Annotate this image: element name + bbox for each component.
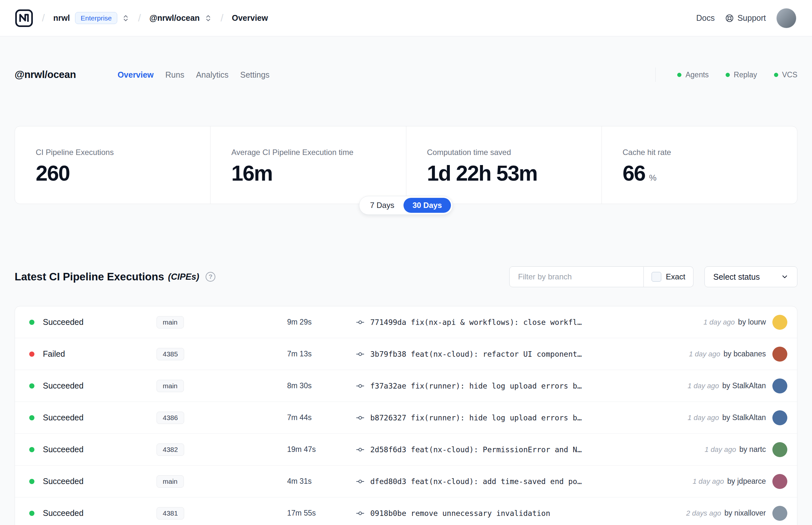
commit-author: by bcabanes: [724, 349, 766, 358]
date-range-toggle: 7 Days 30 Days: [359, 196, 453, 215]
table-row[interactable]: Succeeded 4381 17m 55s 0918b0beremove un…: [15, 497, 797, 525]
stat-card-avg-execution-time: Average CI Pipeline Execution time 16m: [210, 126, 406, 204]
breadcrumb-separator: /: [42, 12, 45, 24]
commit-message: feat(nx-cloud): PermissionError and N…: [411, 446, 582, 454]
stat-value: 1d 22h 53m: [427, 161, 538, 185]
table-row[interactable]: Succeeded main 4m 31s dfed80d3feat(nx-cl…: [15, 466, 797, 497]
status-replay[interactable]: Replay: [725, 71, 757, 79]
commit-time: 1 day ago: [688, 414, 719, 422]
status-dot: [29, 415, 34, 420]
range-30-days[interactable]: 30 Days: [403, 198, 451, 213]
stat-label: CI Pipeline Executions: [36, 148, 204, 157]
workspace-switcher-icon[interactable]: [204, 14, 212, 22]
top-navbar: / nrwl Enterprise / @nrwl/ocean / Overvi…: [0, 0, 812, 36]
commit-hash: f37a32ae: [370, 382, 406, 390]
duration: 8m 30s: [287, 381, 356, 390]
stat-card-time-saved: Computation time saved 1d 22h 53m: [406, 126, 601, 204]
user-avatar[interactable]: [776, 8, 796, 28]
breadcrumb-separator: /: [220, 12, 224, 24]
workspace-name[interactable]: @nrwl/ocean: [149, 13, 200, 23]
commit-hash: 2d58f6d3: [370, 446, 406, 454]
branch-badge: 4381: [156, 507, 184, 520]
docs-link[interactable]: Docs: [696, 13, 715, 23]
duration: 7m 44s: [287, 413, 356, 422]
commit-hash: dfed80d3: [370, 477, 406, 486]
table-row[interactable]: Failed 4385 7m 13s 3b79fb38feat(nx-cloud…: [15, 338, 797, 370]
duration: 19m 47s: [287, 445, 356, 454]
tab-analytics[interactable]: Analytics: [196, 70, 228, 79]
executions-title: Latest CI Pipeline Executions: [15, 271, 164, 283]
duration: 17m 55s: [287, 509, 356, 518]
status-vcs[interactable]: VCS: [774, 71, 797, 79]
executions-header: Latest CI Pipeline Executions (CIPEs) ? …: [0, 266, 812, 287]
status-dot: [29, 351, 34, 357]
breadcrumb-separator: /: [138, 12, 141, 24]
org-name[interactable]: nrwl: [53, 13, 70, 23]
status-agents[interactable]: Agents: [677, 71, 709, 79]
commit-hash: b8726327: [370, 414, 406, 422]
avatar: [772, 347, 787, 362]
status-select-label: Select status: [713, 272, 760, 282]
breadcrumb: / nrwl Enterprise / @nrwl/ocean / Overvi…: [15, 9, 268, 28]
status-dot: [29, 384, 34, 389]
tab-settings[interactable]: Settings: [240, 70, 269, 79]
status-label: Succeeded: [43, 317, 156, 327]
commit-author: by jdpearce: [727, 477, 766, 486]
git-commit-icon: [356, 509, 364, 518]
exact-label[interactable]: Exact: [666, 272, 685, 281]
commit-message: fix(nx-api & workflows): close workfl…: [411, 318, 582, 327]
status-label: Succeeded: [43, 477, 156, 486]
commit-message: fix(runner): hide log upload errors b…: [411, 414, 582, 422]
branch-filter-input[interactable]: [509, 266, 644, 287]
status-agents-label: Agents: [685, 71, 709, 79]
duration: 7m 13s: [287, 349, 356, 358]
avatar: [772, 442, 787, 457]
commit-author: by StalkAltan: [722, 381, 766, 390]
range-7-days[interactable]: 7 Days: [361, 198, 403, 213]
duration: 4m 31s: [287, 477, 356, 486]
tab-overview[interactable]: Overview: [118, 70, 154, 79]
stat-card-cache-hit-rate: Cache hit rate 66%: [601, 126, 797, 204]
executions-title-suffix: (CIPEs): [168, 272, 199, 282]
workspace-header: @nrwl/ocean Overview Runs Analytics Sett…: [0, 68, 812, 82]
feature-statuses: Agents Replay VCS: [656, 68, 797, 82]
stat-label: Cache hit rate: [623, 148, 791, 157]
commit-author: by nixallover: [724, 509, 766, 518]
tab-runs[interactable]: Runs: [165, 70, 184, 79]
status-label: Succeeded: [43, 381, 156, 390]
branch-filter-group: Exact: [509, 266, 693, 287]
avatar: [772, 410, 787, 425]
stat-value: 16m: [231, 161, 272, 185]
commit-message: remove unnecessary invalidation: [411, 509, 550, 518]
commit-hash: 3b79fb38: [370, 350, 406, 358]
avatar: [772, 378, 787, 393]
exact-checkbox[interactable]: [652, 272, 661, 282]
table-row[interactable]: Succeeded 4386 7m 44s b8726327fix(runner…: [15, 402, 797, 434]
git-commit-icon: [356, 318, 364, 327]
support-label: Support: [737, 13, 766, 23]
commit-time: 1 day ago: [704, 318, 735, 327]
table-row[interactable]: Succeeded 4382 19m 47s 2d58f6d3feat(nx-c…: [15, 434, 797, 466]
enterprise-badge[interactable]: Enterprise: [75, 12, 117, 24]
executions-table: Succeeded main 9m 29s 771499dafix(nx-api…: [15, 306, 797, 525]
avatar: [772, 474, 787, 489]
status-vcs-label: VCS: [782, 71, 797, 79]
avatar: [772, 506, 787, 521]
duration: 9m 29s: [287, 318, 356, 327]
org-switcher-icon[interactable]: [122, 14, 129, 22]
support-link[interactable]: Support: [725, 13, 766, 23]
help-icon[interactable]: ?: [205, 272, 215, 282]
table-row[interactable]: Succeeded main 8m 30s f37a32aefix(runner…: [15, 370, 797, 402]
stat-value: 260: [36, 161, 70, 185]
branch-badge: 4382: [156, 444, 184, 456]
git-commit-icon: [356, 446, 364, 454]
table-row[interactable]: Succeeded main 9m 29s 771499dafix(nx-api…: [15, 306, 797, 338]
nx-logo-icon[interactable]: [15, 9, 33, 28]
commit-author: by StalkAltan: [722, 413, 766, 422]
green-dot-icon: [677, 73, 681, 77]
status-select-button[interactable]: Select status: [704, 266, 797, 287]
commit-hash: 0918b0be: [370, 509, 406, 518]
commit-message: fix(runner): hide log upload errors b…: [411, 382, 582, 390]
git-commit-icon: [356, 350, 364, 358]
green-dot-icon: [725, 73, 730, 77]
